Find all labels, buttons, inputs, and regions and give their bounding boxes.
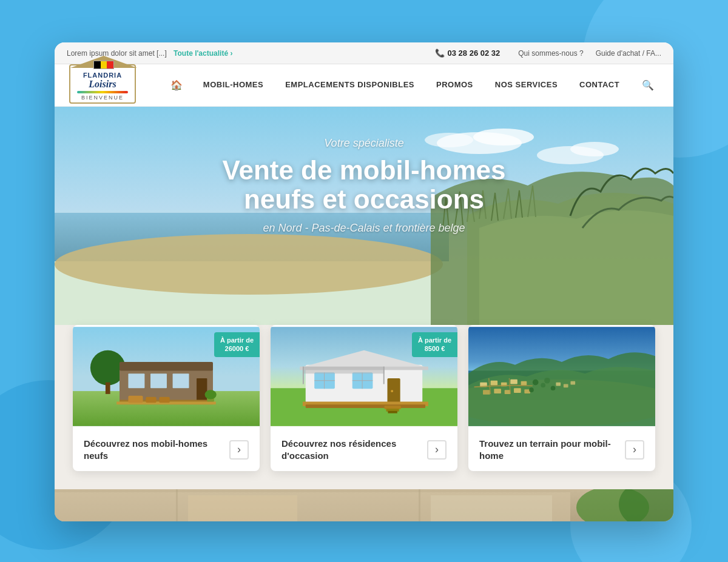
svg-rect-69 [176, 489, 178, 521]
hero-title: Vente de mobil-homes neufs et occasions [223, 156, 506, 215]
svg-point-61 [529, 387, 534, 392]
logo-loisirs: Loisirs [89, 79, 116, 90]
svg-point-60 [541, 383, 545, 388]
card-occasion-arrow[interactable]: › [427, 440, 447, 460]
nav-contact[interactable]: CONTACT [568, 64, 630, 107]
svg-rect-14 [128, 373, 144, 388]
top-bar: Lorem ipsum dolor sit amet [...] Toute l… [55, 42, 673, 64]
svg-point-24 [205, 390, 217, 399]
nav-mobil-homes[interactable]: MOBIL-HOMES [192, 64, 274, 107]
svg-point-7 [55, 234, 443, 295]
svg-rect-45 [383, 367, 385, 384]
badge-price: 26000 € [225, 345, 249, 352]
card-occasion-label: Découvrez nos résidences d'occasion [281, 438, 427, 461]
main-nav: FLANDRIA Loisirs BIENVENUE 🏠 MOBIL-HOMES… [55, 64, 673, 107]
card-terrain-svg [468, 325, 655, 428]
hero-subtitle: Votre spécialiste [223, 137, 506, 150]
phone-info: 📞 03 28 26 02 32 [435, 49, 500, 58]
svg-rect-72 [431, 495, 552, 521]
link-guide[interactable]: Guide d'achat / FA... [596, 49, 661, 58]
card-terrain-footer: Trouvez un terrain pour mobil-home › [468, 428, 655, 471]
svg-rect-44 [303, 367, 304, 384]
card-neufs-arrow[interactable]: › [229, 440, 249, 460]
card-occasion-image: À partir de 8500 € [271, 325, 457, 428]
card-occasion-footer: Découvrez nos résidences d'occasion › [271, 428, 457, 471]
svg-rect-70 [419, 489, 420, 521]
hero-title-line1: Vente de mobil-homes [223, 155, 506, 185]
nav-promos[interactable]: PROMOS [425, 64, 484, 107]
svg-rect-71 [188, 495, 297, 521]
badge-price-2: 8500 € [425, 345, 445, 352]
nav-nos-services[interactable]: NOS SERVICES [484, 64, 568, 107]
hero-text: Votre spécialiste Vente de mobil-homes n… [223, 137, 506, 235]
badge-line1: À partir de [220, 336, 254, 344]
phone-number: 03 28 26 02 32 [448, 49, 500, 58]
svg-rect-56 [505, 390, 511, 394]
svg-rect-65 [564, 384, 568, 388]
svg-point-59 [533, 380, 539, 386]
logo[interactable]: FLANDRIA Loisirs BIENVENUE [69, 64, 142, 107]
svg-rect-21 [146, 397, 156, 403]
card-terrain-image [468, 325, 655, 428]
logo-flandria: FLANDRIA [83, 72, 122, 79]
card-terrain-label: Trouvez un terrain pour mobil-home [479, 438, 625, 461]
svg-rect-50 [491, 381, 498, 386]
browser-window: Lorem ipsum dolor sit amet [...] Toute l… [55, 42, 673, 521]
cards-section: À partir de 26000 € Découvrez nos mobil-… [55, 325, 673, 489]
card-neufs: À partir de 26000 € Découvrez nos mobil-… [73, 325, 260, 471]
badge-line1-2: À partir de [418, 336, 451, 344]
svg-rect-52 [510, 380, 517, 384]
nav-home-icon[interactable]: 🏠 [161, 79, 192, 91]
svg-rect-39 [306, 404, 425, 408]
card-neufs-badge: À partir de 26000 € [214, 332, 260, 357]
logo-box: FLANDRIA Loisirs BIENVENUE [69, 64, 136, 104]
svg-rect-36 [388, 378, 400, 403]
nav-links: 🏠 MOBIL-HOMES EMPLACEMENTS DISPONIBLES P… [154, 64, 637, 107]
top-bar-links: Qui sommes-nous ? Guide d'achat / FA... [518, 49, 661, 58]
svg-point-5 [570, 142, 619, 156]
svg-rect-54 [483, 390, 490, 395]
svg-rect-11 [106, 383, 110, 394]
svg-rect-42 [388, 411, 397, 413]
bottom-preview [55, 489, 673, 521]
logo-bienvenue: BIENVENUE [81, 95, 124, 101]
card-neufs-footer: Découvrez nos mobil-homes neufs › [73, 428, 260, 471]
svg-point-63 [551, 386, 556, 390]
hero-description: en Nord - Pas-de-Calais et frontière bel… [223, 222, 506, 235]
svg-rect-16 [173, 373, 189, 388]
svg-rect-13 [120, 362, 213, 370]
logo-flag [93, 61, 114, 69]
svg-rect-20 [128, 396, 143, 403]
card-terrain-arrow[interactable]: › [625, 440, 644, 460]
svg-rect-22 [159, 397, 169, 403]
svg-point-37 [391, 390, 393, 392]
svg-marker-43 [303, 367, 385, 374]
nav-emplacements[interactable]: EMPLACEMENTS DISPONIBLES [274, 64, 425, 107]
hero-title-line2: neufs et occasions [244, 184, 484, 214]
search-icon[interactable]: 🔍 [637, 75, 659, 96]
card-terrain: Trouvez un terrain pour mobil-home › [468, 325, 655, 471]
svg-rect-66 [570, 381, 575, 385]
card-occasion-badge: À partir de 8500 € [412, 332, 457, 357]
svg-rect-64 [556, 383, 561, 386]
news-link[interactable]: Toute l'actualité [174, 49, 232, 58]
svg-point-74 [619, 489, 673, 521]
svg-rect-57 [514, 388, 521, 393]
svg-rect-53 [521, 381, 527, 386]
card-neufs-label: Découvrez nos mobil-homes neufs [84, 438, 229, 461]
svg-point-62 [544, 378, 550, 384]
card-neufs-image: À partir de 26000 € [73, 325, 260, 428]
card-occasion: À partir de 8500 € Découvrez nos résiden… [271, 325, 457, 471]
logo-lines [77, 91, 129, 93]
svg-rect-55 [494, 389, 501, 393]
svg-rect-15 [150, 373, 167, 388]
svg-rect-17 [197, 378, 207, 403]
hero-section: Votre spécialiste Vente de mobil-homes n… [55, 107, 673, 361]
phone-icon: 📞 [435, 49, 445, 58]
link-qui-sommes[interactable]: Qui sommes-nous ? [518, 49, 583, 58]
